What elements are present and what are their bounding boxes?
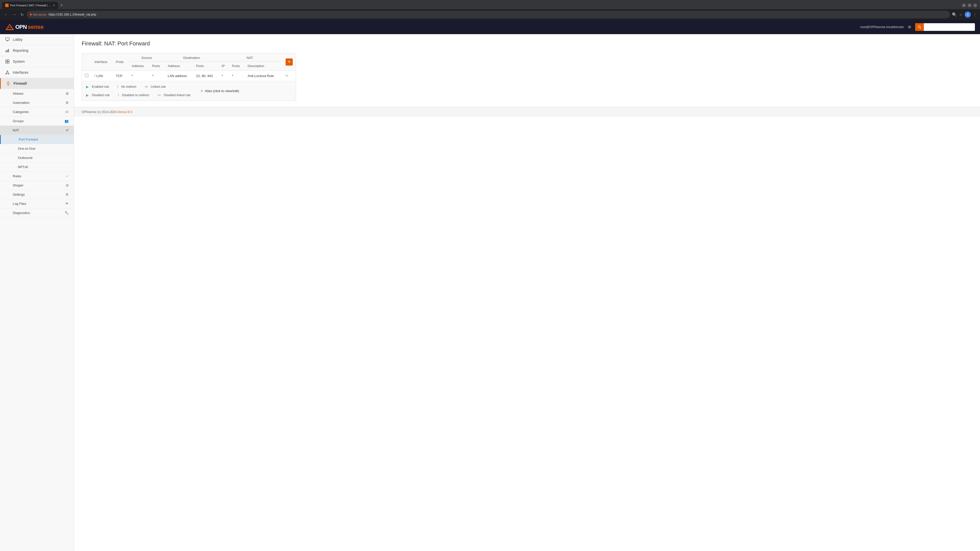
url-text: https://192.168.1.1/firewall_nat.php [48, 13, 96, 16]
footer: OPNsense (c) 2014-2024 Deciso B.V. [74, 107, 980, 117]
logo-text-opn: OPN [15, 24, 27, 30]
add-rule-header: + [281, 53, 296, 71]
grid-icon [5, 59, 10, 64]
zoom-button[interactable]: 🔍 [952, 12, 957, 17]
add-rule-button[interactable]: + [286, 59, 293, 65]
sidebar-sub-label-port-forward: Port Forward [19, 138, 38, 141]
sidebar-sub-item-one-to-one[interactable]: One-to-One [0, 144, 74, 153]
address-bar[interactable]: Not secure https://192.168.1.1/firewall_… [27, 11, 950, 18]
svg-rect-15 [8, 62, 9, 63]
user-info: root@OPNsense.localdomain [860, 25, 904, 29]
page-title: Firewall: NAT: Port Forward [82, 40, 296, 47]
sidebar-sub-item-rules[interactable]: Rules ✓ [0, 171, 74, 181]
shaper-icon: ⊟ [66, 183, 68, 187]
new-tab-button[interactable]: + [58, 3, 65, 8]
log-files-icon: 👁 [65, 202, 68, 206]
legend-disabled-no-redirect-label: Disabled no redirect [122, 94, 149, 97]
sidebar-sub-item-log-files[interactable]: Log Files 👁 [0, 199, 74, 208]
row-checkbox-cell [82, 71, 91, 81]
reload-button[interactable]: ↻ [19, 11, 25, 18]
main-layout: Lobby Reporting System Interfaces [0, 34, 980, 551]
sidebar-sub-label-diagnostics: Diagnostics [13, 211, 30, 215]
sidebar-sub-item-port-forward[interactable]: Port Forward [0, 135, 74, 144]
sidebar-sub-item-automation[interactable]: Automation ⚙ [0, 98, 74, 107]
footer-link[interactable]: Deciso B.V. [117, 110, 133, 114]
bookmark-button[interactable]: ☆ [959, 12, 963, 17]
sidebar-sub-label-aliases: Aliases [13, 92, 24, 95]
row-actions: ✏ [281, 71, 296, 81]
sidebar-sub-item-categories[interactable]: Categories 🏷 [0, 107, 74, 117]
row-nat-ip: * [219, 71, 229, 81]
sidebar-item-firewall[interactable]: Firewall [0, 78, 74, 89]
nat-ip-header: IP [219, 62, 229, 71]
sidebar-item-label-reporting: Reporting [13, 48, 68, 52]
sidebar-item-label-interfaces: Interfaces [13, 70, 68, 75]
nat-icon: ⇄ [66, 128, 68, 132]
menu-button[interactable]: ⋮ [973, 12, 977, 17]
sidebar-sub-label-groups: Groups [13, 119, 24, 123]
legend-linked-arrows-icon: ⇒ [145, 84, 148, 89]
security-dot [30, 14, 32, 16]
row-dst-ports: 22, 80, 443 [193, 71, 219, 81]
play-gray-icon: ▶ [86, 93, 89, 97]
sidebar-item-reporting[interactable]: Reporting [0, 45, 74, 56]
sidebar-item-label-firewall: Firewall [14, 81, 68, 86]
restore-button[interactable]: ⬜ [968, 3, 971, 7]
sidebar-sub-item-settings[interactable]: Settings ⚙ [0, 190, 74, 199]
row-checkbox[interactable] [85, 74, 88, 77]
edit-rule-button[interactable]: ✏ [284, 73, 290, 78]
legend-alias-label: Alias (click to view/edit) [205, 89, 239, 93]
nat-header: NAT [219, 53, 281, 62]
row-src-ports: * [149, 71, 165, 81]
row-src-address: * [129, 71, 149, 81]
proto-header: Proto [113, 53, 129, 71]
sidebar-sub-item-outbound[interactable]: Outbound [0, 153, 74, 162]
sidebar-sub-label-settings: Settings [13, 192, 25, 197]
sidebar-sub-item-nat[interactable]: NAT ⇄ [0, 126, 74, 135]
search-icon [918, 25, 921, 29]
sidebar-sub-item-shaper[interactable]: Shaper ⊟ [0, 181, 74, 190]
browser-toolbar: ← → ↻ Not secure https://192.168.1.1/fir… [0, 9, 980, 20]
nat-table: Interface Proto Source Destination NAT + [82, 53, 296, 81]
sidebar-sub-item-aliases[interactable]: Aliases ⊞ [0, 89, 74, 98]
profile-button[interactable]: A [965, 11, 971, 17]
tab-favicon: F [5, 3, 9, 7]
settings-icon: ⚙ [65, 192, 68, 197]
minimize-button[interactable]: — [962, 3, 966, 7]
search-input[interactable] [924, 24, 975, 30]
search-button[interactable] [915, 23, 924, 31]
row-description: Anti-Lockout Rule [245, 71, 281, 81]
sidebar-item-label-system: System [13, 59, 68, 64]
logo-icon [5, 22, 14, 32]
sidebar-sub-item-diagnostics[interactable]: Diagnostics 🔧 [0, 208, 74, 218]
window-controls: — ⬜ ✕ [962, 3, 978, 7]
source-header: Source [129, 53, 165, 62]
flame-icon [6, 81, 11, 86]
legend-disabled-linked-arrows-icon: ⇔ [158, 93, 161, 97]
legend-disabled-rule: ▶ Disabled rule ! Disabled no redirect ⇔… [86, 93, 190, 97]
close-button[interactable]: ✕ [974, 3, 977, 7]
back-button[interactable]: ← [3, 11, 9, 18]
interface-header: Interface [91, 53, 113, 71]
close-tab-button[interactable]: × [53, 3, 55, 7]
diagnostics-icon: 🔧 [65, 211, 68, 215]
active-tab[interactable]: F Port Forward | NAT | Firewall | O... × [2, 2, 58, 9]
sidebar-sub-item-groups[interactable]: Groups 👥 [0, 117, 74, 126]
src-ports-header: Ports [149, 62, 165, 71]
browser-chrome: F Port Forward | NAT | Firewall | O... ×… [0, 0, 980, 20]
svg-rect-11 [8, 49, 9, 52]
chart-icon [5, 48, 10, 53]
legend: ▶ Enabled rule ! No redirect ⇒ Linked ru… [82, 81, 296, 100]
app-header: OPNsense root@OPNsense.localdomain [0, 20, 980, 34]
logo[interactable]: OPNsense [5, 22, 44, 32]
logo-text-sense: sense [28, 24, 44, 30]
sidebar-item-interfaces[interactable]: Interfaces [0, 67, 74, 78]
sidebar-sub-item-nptv6[interactable]: NPTv6 [0, 162, 74, 171]
sidebar-sub-label-nat: NAT [13, 128, 19, 132]
nat-ports-header: Ports [229, 62, 245, 71]
sidebar-item-system[interactable]: System [0, 56, 74, 67]
sidebar-item-lobby[interactable]: Lobby [0, 34, 74, 45]
sidebar-sub-label-categories: Categories [13, 110, 29, 114]
forward-button[interactable]: → [11, 11, 18, 18]
status-dot [908, 25, 911, 29]
